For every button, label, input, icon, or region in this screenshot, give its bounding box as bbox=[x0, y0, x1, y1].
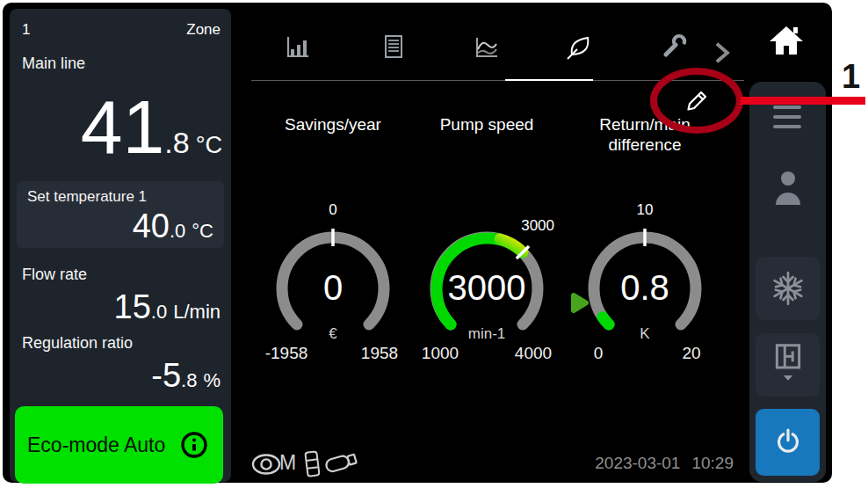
zone-header: 1 Zone bbox=[22, 21, 221, 39]
svg-text:1958: 1958 bbox=[361, 344, 398, 362]
sd-card-icon bbox=[302, 449, 323, 479]
zone-select-button[interactable] bbox=[756, 333, 820, 397]
main-line-value: 41 .8 °C bbox=[10, 84, 222, 169]
zone-label: Zone bbox=[186, 21, 221, 39]
main-line-label: Main line bbox=[22, 55, 85, 73]
power-button[interactable] bbox=[756, 409, 820, 476]
eco-mode-label: Eco-mode Auto bbox=[27, 433, 165, 457]
svg-text:0: 0 bbox=[329, 201, 336, 218]
svg-text:-1958: -1958 bbox=[265, 344, 308, 362]
gauge-pump-speed: 30003000min-110004000 bbox=[412, 200, 561, 376]
chevron-down-icon bbox=[783, 375, 792, 381]
tab-divider bbox=[251, 80, 744, 81]
device-screen: 1 Zone Main line 41 .8 °C Set temperatur… bbox=[3, 3, 832, 483]
svg-text:min-1: min-1 bbox=[468, 325, 506, 342]
flow-rate-label: Flow rate bbox=[22, 266, 87, 284]
regulation-ratio-label: Regulation ratio bbox=[22, 334, 133, 353]
cooling-mode-button[interactable] bbox=[756, 257, 820, 320]
home-button[interactable] bbox=[748, 7, 826, 76]
edit-button[interactable] bbox=[683, 87, 711, 115]
svg-text:0: 0 bbox=[594, 344, 604, 362]
bar-chart-icon bbox=[283, 32, 313, 62]
wrench-icon bbox=[659, 32, 689, 62]
menu-icon bbox=[773, 106, 801, 109]
trend-chart-icon bbox=[472, 32, 502, 62]
tabs-more-button[interactable] bbox=[706, 38, 724, 55]
zone-plan-icon bbox=[765, 339, 811, 391]
svg-text:€: € bbox=[329, 325, 337, 342]
set-temperature-card[interactable]: Set temperature 1 40 .0 °C bbox=[17, 181, 224, 248]
callout-number: 1 bbox=[842, 58, 860, 96]
screenshot-stage: 1 Zone Main line 41 .8 °C Set temperatur… bbox=[0, 0, 868, 488]
svg-text:4000: 4000 bbox=[515, 344, 552, 362]
gauge-return-diff: 100.8K020 bbox=[570, 200, 720, 376]
regulation-ratio-value: -5 .8 % bbox=[10, 357, 221, 395]
pencil-icon bbox=[683, 87, 711, 115]
date-value: 2023-03-01 bbox=[595, 454, 680, 472]
svg-text:20: 20 bbox=[682, 344, 700, 362]
tab-trend[interactable] bbox=[472, 32, 502, 62]
person-icon bbox=[776, 171, 800, 205]
tab-eco[interactable] bbox=[565, 32, 595, 62]
tab-settings[interactable] bbox=[659, 32, 689, 62]
report-icon bbox=[379, 32, 409, 62]
gauge-title-savings: Savings/year bbox=[258, 114, 408, 135]
user-button[interactable] bbox=[773, 170, 803, 207]
svg-text:3000: 3000 bbox=[448, 268, 526, 307]
svg-text:0: 0 bbox=[323, 268, 343, 307]
set-temperature-label: Set temperature 1 bbox=[27, 188, 213, 206]
tab-statistics[interactable] bbox=[283, 32, 313, 62]
datetime-display: 2023-03-0110:29 bbox=[547, 454, 734, 473]
power-icon bbox=[769, 423, 807, 462]
home-icon bbox=[766, 21, 807, 62]
flow-rate-value: 15 .0 L/min bbox=[10, 288, 221, 326]
menu-button[interactable] bbox=[773, 106, 801, 132]
set-temperature-value: 40 .0 °C bbox=[27, 208, 213, 245]
svg-text:10: 10 bbox=[637, 201, 654, 218]
chevron-right-icon bbox=[706, 38, 736, 68]
indicator-arrow-icon bbox=[568, 291, 591, 316]
snowflake-icon bbox=[767, 267, 809, 310]
monitor-mode-letter: M bbox=[279, 451, 296, 475]
callout-line bbox=[741, 97, 865, 105]
active-tab-indicator bbox=[505, 79, 593, 81]
tab-report[interactable] bbox=[379, 32, 409, 62]
info-icon[interactable] bbox=[179, 430, 209, 460]
svg-text:0.8: 0.8 bbox=[620, 268, 669, 307]
eye-monitor-icon bbox=[251, 453, 281, 476]
svg-text:K: K bbox=[640, 325, 650, 342]
gauge-title-return-diff: Return/main difference bbox=[579, 114, 711, 155]
time-value: 10:29 bbox=[691, 454, 734, 472]
usb-stick-icon bbox=[322, 448, 361, 477]
zone-readings-panel: 1 Zone Main line 41 .8 °C Set temperatur… bbox=[10, 9, 231, 482]
gauge-savings: 00€-19581958 bbox=[258, 200, 408, 376]
svg-text:1000: 1000 bbox=[422, 344, 459, 362]
leaf-icon bbox=[565, 32, 595, 62]
eco-mode-button[interactable]: Eco-mode Auto bbox=[15, 406, 223, 484]
svg-text:3000: 3000 bbox=[521, 217, 554, 234]
gauge-title-pump-speed: Pump speed bbox=[412, 114, 561, 135]
zone-number: 1 bbox=[22, 21, 30, 39]
